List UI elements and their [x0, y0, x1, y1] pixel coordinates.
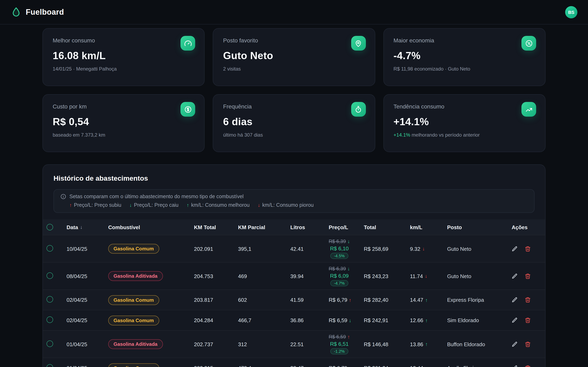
card-value: +14.1%	[393, 116, 535, 128]
row-preco: R$ 6,59↓	[329, 317, 364, 323]
row-date: 01/04/25	[67, 341, 108, 347]
delete-button[interactable]	[525, 365, 531, 367]
stat-cards-row-2: Custo por km R$ 0,54 baseado em 7.373,2 …	[43, 94, 545, 152]
trend-highlight: +14.1%	[393, 132, 410, 138]
card-subtitle: +14.1% melhorando vs período anterior	[393, 132, 535, 138]
row-kml: 14.47↑	[410, 297, 447, 303]
row-checkbox[interactable]	[47, 245, 53, 251]
fuel-badge: Gasolina Aditivada	[108, 271, 163, 281]
table-row: 08/04/25 Gasolina Aditivada 204.753 469 …	[43, 262, 545, 290]
fuel-badge: Gasolina Comum	[108, 295, 159, 305]
table-row: 01/04/25 Gasolina Aditivada 202.737 312 …	[43, 330, 545, 358]
trend-up-icon	[521, 102, 536, 117]
row-kml: 12.66↑	[410, 317, 447, 323]
row-preco: R$ 6,79↑	[329, 297, 364, 303]
fuel-badge: Gasolina Comum	[108, 315, 159, 325]
row-checkbox[interactable]	[47, 340, 53, 347]
table-row: 02/04/25 Gasolina Comum 203.817 602 41.5…	[43, 290, 545, 310]
delete-button[interactable]	[525, 341, 531, 347]
row-date: 01/04/25	[67, 365, 108, 367]
arrow-down-icon: ↓	[349, 317, 351, 323]
row-total: R$ 282,40	[364, 297, 410, 303]
arrow-down-icon: ↓	[423, 246, 425, 252]
row-checkbox[interactable]	[47, 272, 53, 279]
arrow-down-icon: ↓	[347, 266, 350, 272]
column-header-total: Total	[364, 224, 410, 230]
column-header-acoes: Ações	[512, 224, 545, 230]
card-value: 16.08 km/L	[53, 50, 195, 62]
row-preco: R$ 6,39↓ R$ 6,10 -4.5%	[329, 236, 364, 262]
row-preco: R$ 6,39↓ R$ 6,09 -4.7%	[329, 263, 364, 289]
delete-button[interactable]	[525, 297, 531, 303]
stat-card-maior-economia: Maior economia -4.7% R$ 11,98 economizad…	[383, 28, 545, 86]
row-checkbox[interactable]	[47, 296, 53, 303]
legend-item: ↓Preço/L: Preço caiu	[130, 202, 178, 208]
column-header-km-total: KM Total	[194, 224, 238, 230]
row-total: R$ 261,24	[364, 365, 410, 367]
card-subtitle: 14/01/25 · Menegatti Palhoça	[53, 66, 195, 72]
select-all-checkbox[interactable]	[47, 224, 53, 230]
table-header: Data↓ Combustível KM Total KM Parcial Li…	[43, 219, 545, 235]
droplet-logo-icon	[11, 7, 22, 17]
edit-button[interactable]	[512, 317, 518, 323]
delete-button[interactable]	[525, 246, 531, 252]
row-date: 10/04/25	[67, 246, 108, 252]
history-card: Histórico de abastecimentos Setas compar…	[43, 164, 545, 367]
row-litros: 39.94	[290, 273, 329, 279]
row-posto: Guto Neto	[447, 246, 512, 252]
fuel-badge: Gasolina Comum	[108, 363, 159, 367]
row-km-total: 203.215	[194, 365, 238, 367]
row-litros: 42.41	[290, 246, 329, 252]
row-checkbox[interactable]	[47, 364, 53, 367]
card-value: -4.7%	[393, 50, 535, 62]
info-text: Setas comparam com o último abasteciment…	[69, 194, 243, 200]
row-kml: 11.74↓	[410, 273, 447, 279]
history-title: Histórico de abastecimentos	[43, 175, 545, 183]
edit-button[interactable]	[512, 246, 518, 252]
stat-card-frequencia: Frequência 6 dias último há 307 dias	[213, 94, 375, 152]
info-icon	[61, 194, 66, 200]
fuel-badge: Gasolina Aditivada	[108, 339, 163, 349]
card-subtitle: baseado em 7.373,2 km	[53, 132, 195, 138]
delete-button[interactable]	[525, 317, 531, 323]
arrow-up-icon: ↑	[349, 365, 351, 367]
stat-card-tendencia-consumo: Tendência consumo +14.1% +14.1% melhoran…	[383, 94, 545, 152]
row-km-parcial: 602	[238, 297, 290, 303]
row-date: 02/04/25	[67, 297, 108, 303]
dollar-circle-icon	[181, 102, 195, 117]
card-label: Tendência consumo	[393, 103, 535, 110]
brand: Fuelboard	[11, 7, 64, 17]
card-label: Melhor consumo	[53, 37, 195, 44]
table-row: 02/04/25 Gasolina Comum 204.284 466,7 36…	[43, 310, 545, 330]
arrow-up-icon: ↑	[69, 202, 72, 208]
arrow-up-icon: ↑	[425, 365, 428, 367]
row-total: R$ 243,23	[364, 273, 410, 279]
row-checkbox[interactable]	[47, 317, 53, 323]
row-litros: 22.51	[290, 341, 329, 347]
row-posto: Express Floripa	[447, 297, 512, 303]
edit-button[interactable]	[512, 365, 518, 367]
edit-button[interactable]	[512, 341, 518, 347]
edit-button[interactable]	[512, 273, 518, 279]
row-km-parcial: 395,1	[238, 246, 290, 252]
column-header-km-parcial: KM Parcial	[238, 224, 290, 230]
row-preco: R$ 6,79↑	[329, 365, 364, 367]
card-value: 6 dias	[223, 116, 365, 128]
user-avatar[interactable]: BS	[565, 6, 577, 18]
row-kml: 9.32↓	[410, 246, 447, 252]
arrow-up-icon: ↑	[349, 297, 351, 303]
stat-card-posto-favorito: Posto favorito Guto Neto 2 visitas	[213, 28, 375, 86]
row-km-parcial: 469	[238, 273, 290, 279]
card-subtitle: R$ 11,98 economizado · Guto Neto	[393, 66, 535, 72]
column-header-preco-l: Preço/L	[329, 224, 364, 230]
card-label: Custo por km	[53, 103, 195, 110]
column-header-data[interactable]: Data↓	[67, 224, 108, 230]
price-change-badge: -4.5%	[330, 253, 348, 259]
fuel-badge: Gasolina Comum	[108, 244, 159, 254]
delete-button[interactable]	[525, 273, 531, 279]
row-km-total: 203.817	[194, 297, 238, 303]
row-posto: Apollo Floripa	[447, 365, 512, 367]
top-bar: Fuelboard BS	[0, 0, 588, 25]
edit-button[interactable]	[512, 297, 518, 303]
arrow-up-icon: ↑	[425, 317, 428, 323]
